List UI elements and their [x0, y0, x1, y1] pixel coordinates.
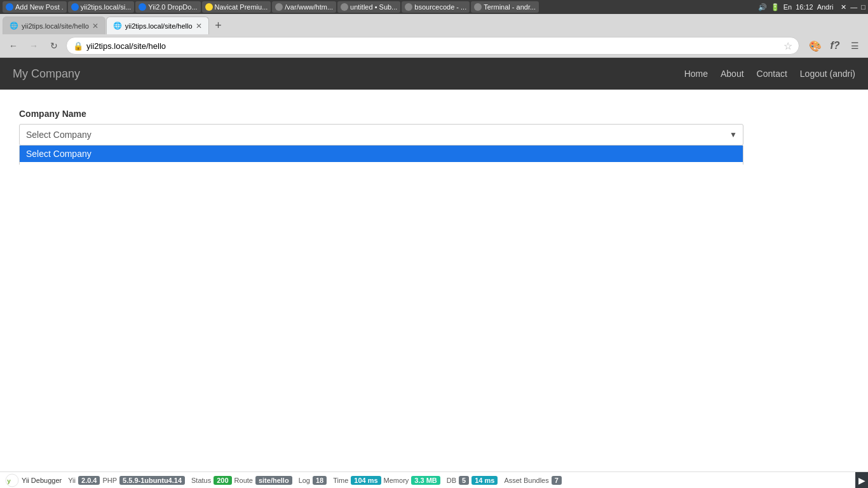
os-task-terminal-label: Terminal - andr... — [484, 3, 536, 11]
os-maximize-icon[interactable]: □ — [861, 3, 865, 11]
bookmark-icon[interactable]: ☆ — [783, 40, 792, 52]
lock-icon: 🔒 — [73, 41, 83, 51]
navbar-brand: My Company — [13, 67, 80, 81]
os-task-addpost-label: Add New Post . — [15, 3, 64, 11]
browser-tab-1-close[interactable]: ✕ — [92, 22, 98, 30]
navbar-contact[interactable]: Contact — [757, 69, 787, 79]
os-task-var-label: /var/www/htm... — [285, 3, 333, 11]
os-task-yii2tips1-label: yii2tips.local/si... — [81, 3, 131, 11]
browser-tab-2[interactable]: 🌐 yii2tips.local/site/hello ✕ — [106, 17, 209, 34]
settings-icon[interactable]: ☰ — [846, 37, 863, 54]
os-task-addpost[interactable]: Add New Post . — [3, 1, 67, 13]
os-task-terminal[interactable]: Terminal - andr... — [471, 1, 539, 13]
colorpicker-icon[interactable]: 🎨 — [807, 37, 824, 54]
address-bar-row: ← → ↻ 🔒 ☆ 🎨 f? ☰ — [0, 34, 868, 57]
os-task-yii2tips1[interactable]: yii2tips.local/si... — [68, 1, 134, 13]
reload-button[interactable]: ↻ — [46, 37, 62, 54]
os-task-bsource[interactable]: bsourcecode - ... — [402, 1, 470, 13]
os-battery-icon: 🔋 — [771, 3, 780, 11]
os-taskbar-left: Add New Post . yii2tips.local/si... Yii2… — [3, 1, 539, 13]
os-close-icon[interactable]: ✕ — [841, 3, 846, 11]
page-content: Company Name Select Company ▼ Select Com… — [0, 90, 868, 165]
os-task-yii2drop[interactable]: Yii2.0 DropDo... — [135, 1, 200, 13]
os-network-icon: 🔊 — [758, 3, 767, 11]
select-placeholder: Select Company — [26, 130, 92, 140]
dropdown-item-1[interactable]: Company 1 — [20, 162, 743, 165]
address-input[interactable] — [86, 41, 780, 51]
os-task-navicat-label: Navicat Premiu... — [215, 3, 268, 11]
os-task-untitled[interactable]: untitled • Sub... — [337, 1, 400, 13]
os-task-bsource-label: bsourcecode - ... — [414, 3, 466, 11]
navbar-home[interactable]: Home — [684, 69, 708, 79]
browser-tab-1[interactable]: 🌐 yii2tips.local/site/hello ✕ — [3, 17, 105, 34]
tab-favicon-1: 🌐 — [10, 22, 18, 30]
os-task-navicat[interactable]: Navicat Premiu... — [202, 1, 271, 13]
os-user: Andri — [817, 3, 834, 11]
company-select-box[interactable]: Select Company — [19, 124, 743, 146]
os-task-var[interactable]: /var/www/htm... — [272, 1, 336, 13]
browser-tab-1-label: yii2tips.local/site/hello — [22, 22, 89, 30]
back-button[interactable]: ← — [5, 37, 22, 54]
address-box[interactable]: 🔒 ☆ — [66, 37, 799, 55]
os-lang: En — [783, 3, 792, 11]
browser-tab-2-close[interactable]: ✕ — [196, 22, 202, 30]
navbar-about[interactable]: About — [721, 69, 744, 79]
browser-tab-2-label: yii2tips.local/site/hello — [125, 22, 193, 30]
os-time: 16:12 — [796, 3, 813, 11]
company-dropdown-list: Select Company Company 1 Company 2 Compa… — [19, 146, 743, 165]
navbar-logout[interactable]: Logout (andri) — [800, 69, 855, 79]
os-minimize-icon[interactable]: — — [850, 3, 857, 11]
new-tab-button[interactable]: + — [211, 18, 226, 33]
dropdown-item-0[interactable]: Select Company — [20, 146, 743, 162]
company-select-wrapper: Select Company ▼ Select Company Company … — [19, 124, 743, 146]
os-task-yii2drop-label: Yii2.0 DropDo... — [148, 3, 197, 11]
company-name-label: Company Name — [19, 109, 849, 119]
page-navbar: My Company Home About Contact Logout (an… — [0, 58, 868, 90]
browser-chrome: 🌐 yii2tips.local/site/hello ✕ 🌐 yii2tips… — [0, 14, 868, 58]
tab-bar: 🌐 yii2tips.local/site/hello ✕ 🌐 yii2tips… — [0, 14, 868, 34]
tab-favicon-2: 🌐 — [113, 22, 122, 30]
address-icons: 🎨 f? ☰ — [807, 37, 863, 54]
navbar-links: Home About Contact Logout (andri) — [684, 69, 855, 79]
menu-icon[interactable]: f? — [827, 37, 843, 54]
forward-button[interactable]: → — [25, 37, 42, 54]
os-task-untitled-label: untitled • Sub... — [350, 3, 397, 11]
os-taskbar-right: 🔊 🔋 En 16:12 Andri ✕ — □ — [758, 3, 865, 11]
os-taskbar: Add New Post . yii2tips.local/si... Yii2… — [0, 0, 868, 14]
